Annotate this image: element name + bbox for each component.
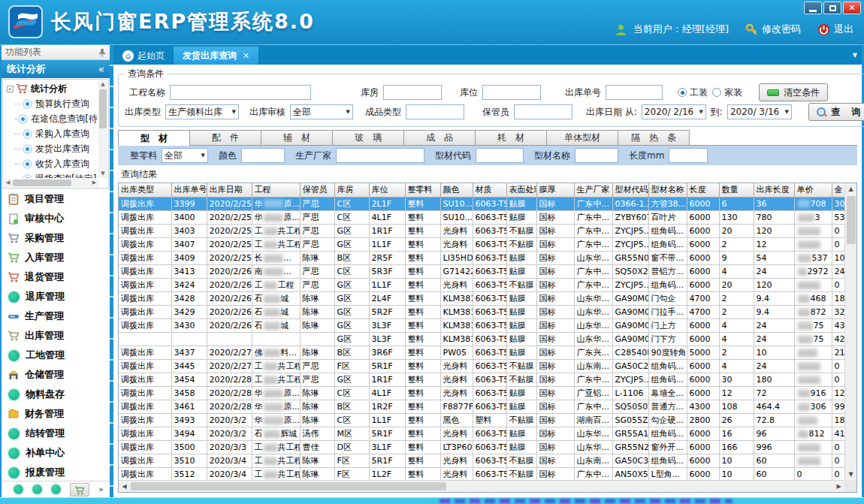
scroll-down-icon[interactable]: ▼ [845, 469, 856, 480]
table-row[interactable]: 调拨出库34292020/2/26石城陈琳G区5R2F整料KLM38176063… [119, 305, 844, 318]
date-to-picker[interactable]: 2020/ 3/16▼ [727, 104, 792, 119]
material-tab-1[interactable]: 配 件 [189, 130, 261, 145]
scroll-up-icon[interactable]: ▲ [98, 80, 107, 89]
filter-input-1[interactable] [241, 148, 285, 163]
column-header-15[interactable]: 长度 [687, 183, 719, 197]
material-tab-0[interactable]: 型 材 [118, 130, 190, 146]
filter-input-3[interactable] [476, 148, 524, 163]
tree-expander-icon[interactable]: - [7, 86, 14, 92]
filter-input-2[interactable] [336, 148, 424, 163]
outbound-type-select[interactable]: 生产领料出库▼ [165, 104, 239, 119]
table-row[interactable]: 调拨出库34132020/2/26南...严思C区5R3F整料G71422606… [119, 264, 844, 278]
table-row[interactable]: 调拨出库34002020/2/25华原...严思C区4L1F整料SU10...6… [119, 210, 844, 224]
tree-vertical-scrollbar[interactable]: ▲ ▼ [98, 80, 107, 178]
table-row[interactable]: 调拨出库35122020/3/4工共工程陈琳F区1L2F整料光身料6063-T5… [119, 467, 844, 480]
pin-icon[interactable] [98, 48, 106, 57]
filter-input-5[interactable] [669, 148, 708, 163]
tree-hscroll-thumb[interactable] [13, 180, 71, 186]
clear-conditions-button[interactable]: 清空条件 [759, 83, 828, 101]
column-header-1[interactable]: 出库单号 [171, 183, 207, 197]
column-header-5[interactable]: 库房 [334, 183, 369, 197]
tree-vscroll-thumb[interactable] [99, 89, 107, 128]
column-header-2[interactable]: 出库日期 [207, 183, 252, 197]
table-row[interactable]: 调拨出库34932020/3/2华原...陈琳C区1L1F整料黑色塑料不贴膜国标… [119, 413, 844, 427]
module-dot-icon[interactable] [32, 484, 42, 494]
sidebar-section-statistics[interactable]: 统计分析 « [2, 60, 110, 78]
column-header-13[interactable]: 型材代码 [612, 183, 648, 197]
column-header-10[interactable]: 表面处理 [506, 183, 536, 197]
material-tab-5[interactable]: 耗 材 [475, 130, 547, 145]
date-from-picker[interactable]: 2020/ 2/16▼ [642, 104, 706, 119]
grid-vscroll-thumb[interactable] [847, 196, 856, 244]
tab-home[interactable]: ⌂起始页 [113, 47, 174, 65]
tree-item-4[interactable]: 收货入库查询 [5, 156, 98, 171]
column-header-3[interactable]: 工程 [252, 183, 300, 197]
grid-vertical-scrollbar[interactable]: ▲ ▼ [844, 183, 856, 480]
sidebar-module-1[interactable]: 审核中心 [2, 209, 110, 228]
table-row[interactable]: 调拨出库34582020/2/28华原...陈琳C区4L1F整料光身料6063-… [119, 386, 844, 400]
order-no-input[interactable] [606, 85, 663, 100]
sidebar-module-6[interactable]: 生产管理 [2, 306, 110, 326]
keeper-input[interactable] [514, 104, 572, 119]
column-header-8[interactable]: 颜色 [440, 183, 473, 197]
radio-gongzhuang[interactable]: 工装 [678, 86, 708, 99]
table-row[interactable]: 调拨出库34092020/2/25长...陈琳B区2R5F整料LI35HD606… [119, 251, 844, 264]
sidebar-module-9[interactable]: 仓储管理 [2, 365, 110, 385]
column-header-9[interactable]: 材质 [473, 183, 506, 197]
sidebar-module-5[interactable]: 退库管理 [2, 287, 110, 306]
column-header-12[interactable]: 生产厂家 [574, 183, 612, 197]
table-row[interactable]: 调拨出库34372020/2/27佛料...陈琳B区3R6F整料PW056063… [119, 346, 844, 359]
sidebar-module-8[interactable]: 工地管理 [2, 346, 110, 365]
collapse-icon[interactable]: « [98, 63, 104, 75]
sidebar-module-13[interactable]: 补单中心 [2, 443, 110, 463]
material-tab-7[interactable]: 隔 热 条 [618, 130, 690, 145]
scroll-right-icon[interactable]: ▶ [90, 179, 98, 187]
table-row[interactable]: 调拨出库35102020/3/4工共工程陈琳F区5R1F整料光身料6063-T5… [119, 454, 844, 467]
column-header-11[interactable]: 膜厚 [536, 183, 574, 197]
column-header-16[interactable]: 数量 [719, 183, 754, 197]
column-header-6[interactable]: 库位 [369, 183, 405, 197]
column-header-7[interactable]: 整零料 [405, 183, 440, 197]
audit-select[interactable]: 全部▼ [290, 104, 353, 119]
module-dot-icon[interactable] [51, 484, 61, 494]
table-row[interactable]: 调拨出库34242020/2/26工工程严思G区1L1F整料光身料6063-T5… [119, 278, 844, 291]
logout-button[interactable]: 退出 [817, 23, 853, 36]
scroll-down-icon[interactable]: ▼ [98, 170, 107, 178]
column-header-17[interactable]: 出库长度 [754, 183, 794, 197]
table-row[interactable]: 调拨出库34032020/2/25工共工程严思G区1R1F整料光身料6063-T… [119, 224, 844, 237]
scroll-up-icon[interactable]: ▲ [845, 183, 856, 195]
warehouse-input[interactable] [383, 85, 442, 100]
scroll-left-icon[interactable]: ◀ [4, 179, 12, 187]
table-row[interactable]: 调拨出库34942020/3/2石辉城汤伟M区5R1F整料光身料6063-T5贴… [119, 427, 844, 440]
material-tab-4[interactable]: 成 品 [403, 130, 476, 145]
sidebar-module-11[interactable]: 财务管理 [2, 404, 110, 424]
column-header-4[interactable]: 保管员 [300, 183, 334, 197]
grid-hscroll-thumb[interactable] [131, 482, 446, 490]
sidebar-module-14[interactable]: 报废管理 [2, 463, 110, 481]
search-button[interactable]: 查 询 [808, 103, 864, 121]
column-header-14[interactable]: 型材名称 [648, 183, 687, 197]
material-tab-2[interactable]: 辅 材 [261, 130, 333, 145]
maximize-button[interactable] [823, 2, 841, 14]
tree-item-0[interactable]: 预算执行查询 [5, 96, 98, 111]
table-row[interactable]: G区3L3F整料KLM38176063-T5贴膜国标山东华...GA90M09.… [119, 332, 844, 346]
table-row[interactable]: 调拨出库34302020/2/26石城陈琳G区3L3F整料KLM38176063… [119, 318, 844, 332]
table-row[interactable]: 调拨出库34072020/2/25工共工程严思G区1L1F整料光身料6063-T… [119, 237, 844, 251]
scroll-left-icon[interactable]: ◀ [119, 481, 130, 492]
tab-close-icon[interactable]: ✕ [243, 51, 249, 61]
table-row[interactable]: 调拨出库33992020/2/25华原...严思C区2L1F整料SU10...6… [119, 197, 844, 210]
tree-item-1[interactable]: 在途信息查询[待 [5, 111, 98, 126]
sidebar-module-12[interactable]: 结转管理 [2, 424, 110, 443]
tree-item-3[interactable]: 发货出库查询 [5, 141, 98, 156]
tree-root-statistics[interactable]: -统计分析 [5, 81, 98, 96]
column-header-0[interactable]: 出库类型 [119, 183, 171, 197]
close-button[interactable]: ✕ [843, 2, 861, 14]
column-header-19[interactable]: 金 [832, 183, 844, 197]
change-password-button[interactable]: 修改密码 [745, 23, 801, 36]
radio-jiazhuang[interactable]: 家装 [712, 86, 742, 99]
sidebar-module-10[interactable]: 物料盘存 [2, 385, 110, 404]
column-header-18[interactable]: 单价 [794, 183, 832, 197]
scroll-right-icon[interactable]: ▶ [833, 481, 844, 492]
table-row[interactable]: 调拨出库34452020/2/27工共工程严思F区5R1F整料光身料6063-T… [119, 359, 844, 373]
sidebar-module-0[interactable]: 项目管理 [2, 189, 110, 209]
